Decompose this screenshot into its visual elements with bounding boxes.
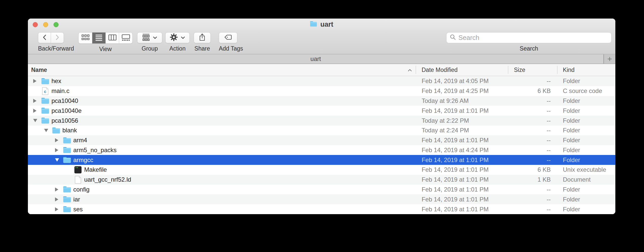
tab-uart[interactable]: uart xyxy=(28,54,603,64)
action-label: Action xyxy=(165,45,190,52)
name-cell: config xyxy=(28,185,90,195)
file-name: pca10056 xyxy=(51,117,78,124)
file-row-pca10056[interactable]: pca10056 Today at 2:22 PM -- Folder xyxy=(28,116,615,125)
file-row-config[interactable]: config Feb 14, 2019 at 1:01 PM -- Folder xyxy=(28,185,615,195)
column-header-size[interactable]: Size xyxy=(514,64,525,76)
size-cell: 1 KB xyxy=(475,175,551,185)
column-divider[interactable] xyxy=(508,66,508,74)
forward-button[interactable] xyxy=(51,32,64,43)
share-button[interactable] xyxy=(194,32,211,43)
file-row-ses[interactable]: ses Feb 14, 2019 at 1:01 PM -- Folder xyxy=(28,204,615,214)
file-row-blank[interactable]: blank Today at 2:24 PM -- Folder xyxy=(28,125,615,135)
search-input[interactable]: Search xyxy=(446,32,612,43)
group-label: Group xyxy=(137,45,162,52)
disclosure-triangle[interactable] xyxy=(33,109,37,113)
file-name: pca10040e xyxy=(51,107,82,114)
file-row-arm5_no_packs[interactable]: arm5_no_packs Feb 14, 2019 at 4:24 PM --… xyxy=(28,145,615,155)
name-cell: iar xyxy=(28,194,80,204)
view-segmented-control xyxy=(78,32,133,44)
finder-window: uart Back/Forward View xyxy=(28,19,615,214)
size-cell: -- xyxy=(475,96,551,106)
kind-cell: Folder xyxy=(563,194,580,204)
size-cell: -- xyxy=(475,76,551,86)
add-tags-label: Add Tags xyxy=(219,45,237,52)
name-cell: pca10040e xyxy=(28,106,82,116)
size-cell: -- xyxy=(475,135,551,145)
group-button[interactable] xyxy=(137,32,162,43)
disclosure-triangle[interactable] xyxy=(33,79,37,83)
column-header-date-modified[interactable]: Date Modified xyxy=(422,64,458,76)
share-label: Share xyxy=(194,45,211,52)
disclosure-triangle[interactable] xyxy=(55,158,59,162)
column-view-button[interactable] xyxy=(105,33,119,43)
disclosure-triangle[interactable] xyxy=(33,119,37,122)
column-divider[interactable] xyxy=(557,66,558,74)
size-cell: -- xyxy=(475,145,551,155)
file-name: arm5_no_packs xyxy=(73,147,117,154)
list-view-button[interactable] xyxy=(92,33,105,43)
file-row-Makefile[interactable]: Makefile Feb 14, 2019 at 1:01 PM 6 KB Un… xyxy=(28,165,615,175)
file-name: config xyxy=(73,186,90,193)
size-cell: -- xyxy=(475,106,551,116)
kind-cell: Folder xyxy=(563,155,580,165)
file-name: armgcc xyxy=(73,156,93,164)
size-cell: -- xyxy=(475,125,551,135)
new-tab-button[interactable]: + xyxy=(603,54,615,64)
icon-view-button[interactable] xyxy=(79,33,92,43)
file-name: Makefile xyxy=(84,166,107,173)
gallery-view-icon xyxy=(121,34,130,42)
proxy-folder-icon xyxy=(310,21,317,28)
folder-icon xyxy=(41,117,49,124)
svg-text:c: c xyxy=(44,89,46,94)
plus-icon: + xyxy=(607,55,612,63)
date-modified-cell: Today at 2:24 PM xyxy=(422,125,469,135)
column-headers: Name Date Modified Size Kind xyxy=(28,64,615,76)
disclosure-triangle[interactable] xyxy=(33,99,37,103)
date-modified-cell: Today at 2:22 PM xyxy=(422,116,469,125)
column-header-kind[interactable]: Kind xyxy=(563,64,575,76)
action-group: Action xyxy=(165,32,190,52)
file-row-main.c[interactable]: c main.c Feb 14, 2019 at 4:25 PM 6 KB C … xyxy=(28,86,615,96)
file-row-pca10040e[interactable]: pca10040e Feb 14, 2019 at 1:01 PM -- Fol… xyxy=(28,106,615,116)
file-row-armgcc[interactable]: armgcc Feb 14, 2019 at 1:01 PM -- Folder xyxy=(28,155,615,165)
folder-icon xyxy=(63,137,71,144)
sort-ascending-icon xyxy=(407,67,412,73)
name-cell: blank xyxy=(28,125,77,135)
disclosure-triangle[interactable] xyxy=(55,207,58,211)
action-button[interactable] xyxy=(165,32,190,43)
file-row-uart_gcc_nrf52.ld[interactable]: uart_gcc_nrf52.ld Feb 14, 2019 at 1:01 P… xyxy=(28,175,615,185)
column-divider[interactable] xyxy=(416,66,416,74)
folder-icon xyxy=(41,78,49,85)
gallery-view-button[interactable] xyxy=(119,33,132,43)
disclosure-triangle[interactable] xyxy=(55,187,58,192)
back-button[interactable] xyxy=(38,32,51,43)
back-forward-group: Back/Forward xyxy=(38,32,64,52)
disclosure-triangle[interactable] xyxy=(55,148,58,152)
column-header-name[interactable]: Name xyxy=(31,64,47,76)
file-row-pca10040[interactable]: pca10040 Today at 9:26 AM -- Folder xyxy=(28,96,615,106)
title-bar[interactable]: uart xyxy=(28,19,615,30)
list-view-icon xyxy=(95,34,103,42)
add-tags-button[interactable] xyxy=(219,32,237,43)
disclosure-triangle[interactable] xyxy=(55,197,58,201)
folder-icon xyxy=(52,127,60,134)
search-group: Search Search xyxy=(446,32,612,52)
view-label: View xyxy=(78,46,133,53)
kind-cell: Unix executable xyxy=(563,165,606,175)
file-row-arm4[interactable]: arm4 Feb 14, 2019 at 1:01 PM -- Folder xyxy=(28,135,615,145)
chevron-down-icon xyxy=(153,36,157,40)
disclosure-triangle[interactable] xyxy=(55,138,58,142)
disclosure-triangle[interactable] xyxy=(44,129,48,132)
kind-cell: Document xyxy=(563,175,591,185)
file-name: hex xyxy=(51,77,61,85)
chevron-left-icon xyxy=(42,34,47,42)
search-label: Search xyxy=(446,45,612,52)
tab-bar: uart + xyxy=(28,54,615,64)
file-name: iar xyxy=(73,196,80,203)
file-row-hex[interactable]: hex Feb 14, 2019 at 4:05 PM -- Folder xyxy=(28,76,615,86)
size-cell: 6 KB xyxy=(475,86,551,96)
kind-cell: Folder xyxy=(563,125,580,135)
name-cell: pca10040 xyxy=(28,96,78,106)
file-list: hex Feb 14, 2019 at 4:05 PM -- Folder c … xyxy=(28,76,615,214)
file-row-iar[interactable]: iar Feb 14, 2019 at 1:01 PM -- Folder xyxy=(28,194,615,204)
